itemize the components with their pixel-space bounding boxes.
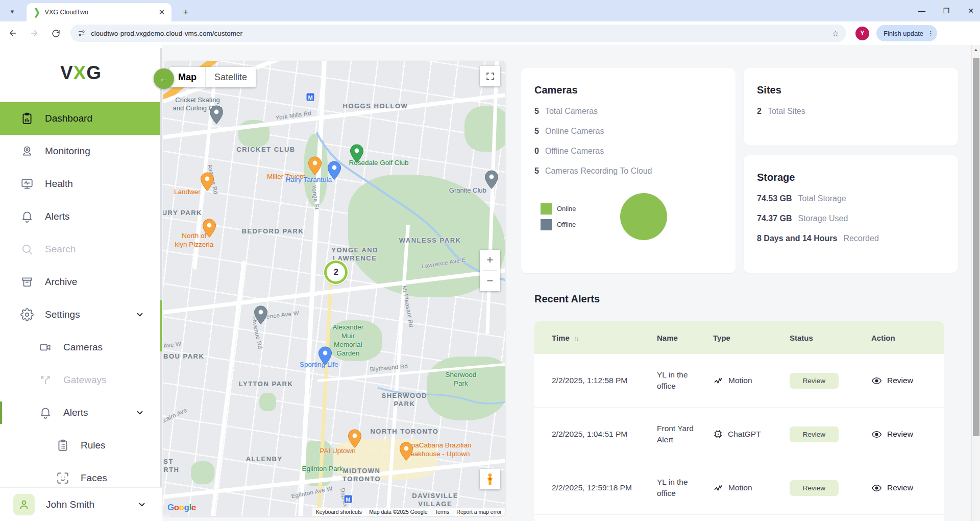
site-info-icon[interactable] [78, 29, 86, 37]
google-logo-letter: o [174, 503, 179, 512]
status-review-chip[interactable]: Review [790, 373, 839, 389]
orange-map-pin-icon[interactable] [399, 442, 413, 461]
cameras-stat-value: 5 [534, 167, 539, 176]
chip-icon [713, 429, 723, 439]
close-window-icon[interactable]: ✕ [966, 7, 976, 15]
column-header-time[interactable]: Time↑↓ [534, 334, 657, 342]
map-type-control: Map Satellite [169, 67, 256, 87]
map-button[interactable]: Map [169, 67, 205, 87]
subway-station-icon[interactable]: M [344, 495, 352, 504]
map-attribution-link[interactable]: Map data ©2025 Google [365, 509, 431, 515]
storage-stat-row: 74.53 GBTotal Storage [757, 194, 945, 203]
tab-search-chevron-icon[interactable]: ▾ [5, 4, 19, 18]
close-tab-icon[interactable]: ✕ [157, 8, 166, 17]
sidebar-item-label: Monitoring [45, 146, 90, 157]
minimize-icon[interactable]: — [917, 7, 927, 15]
back-icon[interactable] [4, 25, 21, 42]
satellite-button[interactable]: Satellite [206, 67, 256, 87]
review-action-link[interactable]: Review [871, 483, 944, 493]
bookmark-star-icon[interactable]: ☆ [832, 29, 839, 38]
sidebar-item-alerts-l2[interactable]: Alerts [0, 396, 162, 429]
google-logo-letter: g [184, 503, 189, 512]
finish-update-button[interactable]: Finish update ⋮ [876, 25, 937, 41]
cameras-stat-label: Online Cameras [545, 127, 604, 136]
cameras-stat-value: 0 [534, 147, 539, 156]
zoom-out-button[interactable]: − [480, 271, 500, 291]
orange-map-pin-icon[interactable] [203, 219, 216, 238]
sidebar-item-alerts[interactable]: Alerts [0, 200, 162, 233]
orange-map-pin-icon[interactable] [308, 156, 322, 176]
pegman-control[interactable] [480, 469, 500, 489]
sidebar-item-health[interactable]: Health [0, 168, 162, 200]
sidebar-item-label: Rules [81, 440, 106, 451]
sidebar-item-monitoring[interactable]: Monitoring [0, 135, 162, 168]
browser-profile-avatar[interactable]: Y [855, 27, 869, 40]
vxg-favicon-icon: ❯ [34, 7, 40, 18]
sites-stat-row: 2Total Sites [757, 107, 945, 116]
alert-name-cell: YL in the office [657, 477, 713, 500]
forward-icon[interactable] [26, 25, 43, 42]
sidebar-item-settings[interactable]: Settings [0, 298, 162, 331]
status-review-chip[interactable]: Review [790, 480, 839, 496]
map-attribution-link[interactable]: Terms [431, 509, 453, 515]
sidebar-item-rules-l3[interactable]: Rules [0, 429, 162, 462]
grey-map-pin-icon[interactable] [485, 170, 499, 190]
sidebar-item-search[interactable]: Search [0, 233, 162, 266]
map-attribution-link[interactable]: Keyboard shortcuts [312, 509, 365, 515]
legend-label: Online [557, 205, 576, 212]
map[interactable]: Cricket Skating and Curling ClubHOGGS HO… [163, 61, 505, 516]
alert-name-cell: Front Yard Alert [657, 423, 713, 446]
review-action-link[interactable]: Review [871, 429, 944, 440]
browser-tab[interactable]: ❯ VXG CloudTwo ✕ [27, 3, 172, 21]
sidebar-scrollbar-thumb[interactable] [160, 300, 162, 351]
blue-map-pin-icon[interactable] [328, 161, 341, 180]
sidebar-item-label: Dashboard [45, 113, 92, 124]
alert-status-cell: Review [790, 373, 871, 389]
browser-frame: ▾ ❯ VXG CloudTwo ✕ + — ❐ ✕ [0, 0, 980, 21]
google-logo[interactable]: Google [167, 503, 196, 513]
gateway-icon [39, 373, 52, 387]
alert-time: 2/2/2025, 1:04:51 PM [534, 430, 657, 439]
blue-map-pin-icon[interactable] [318, 346, 332, 366]
alert-name: Front Yard Alert [657, 423, 694, 446]
maximize-icon[interactable]: ❐ [941, 7, 951, 15]
url-bar[interactable]: cloudtwo-prod.vxgdemo.cloud-vms.com/cust… [70, 25, 846, 42]
status-review-chip[interactable]: Review [790, 427, 839, 442]
subway-station-icon[interactable]: M [306, 93, 315, 102]
zoom-in-button[interactable]: + [480, 250, 500, 270]
sidebar-item-label: Search [45, 244, 76, 255]
scrollbar-thumb[interactable] [973, 58, 979, 436]
sidebar-item-dashboard[interactable]: Dashboard [0, 102, 162, 135]
map-attribution-link[interactable]: Report a map error [453, 509, 505, 515]
browser-menu-icon[interactable]: ⋮ [927, 30, 934, 37]
sidebar-item-archive[interactable]: Archive [0, 266, 162, 298]
user-chevron-down-icon [137, 500, 146, 509]
camera-cluster-marker[interactable]: 2 [324, 260, 348, 284]
grey-map-pin-icon[interactable] [254, 305, 267, 325]
user-menu[interactable]: John Smith [0, 487, 162, 521]
map-fullscreen-button[interactable] [480, 66, 500, 86]
orange-map-pin-icon[interactable] [200, 172, 214, 192]
sidebar-item-gateways-l2[interactable]: Gateways [0, 364, 162, 396]
sidebar-item-label: Cameras [63, 342, 103, 353]
sites-stat-label: Total Sites [768, 107, 805, 116]
alert-type: Motion [713, 483, 790, 493]
review-action-link[interactable]: Review [871, 375, 944, 386]
sort-icon[interactable]: ↑↓ [574, 335, 578, 342]
cameras-stat-label: Offline Cameras [545, 147, 604, 156]
sidebar-item-cameras-l2[interactable]: Cameras [0, 331, 162, 364]
grey-map-pin-icon[interactable] [209, 105, 223, 125]
storage-stat-value: 74.37 GB [757, 214, 792, 223]
green-map-pin-icon[interactable] [350, 144, 363, 163]
sidebar-collapse-button[interactable]: ← [154, 68, 174, 89]
scrollbar-up-arrow-icon[interactable]: ▲ [974, 48, 978, 52]
sidebar-item-faces-l3[interactable]: Faces [0, 462, 162, 487]
reload-icon[interactable] [47, 25, 64, 42]
page-scrollbar[interactable]: ▲ [971, 45, 980, 521]
orange-map-pin-icon[interactable] [348, 429, 362, 448]
new-tab-button[interactable]: + [179, 5, 193, 19]
alert-row: 2/2/2025, 1:04:51 PMFront Yard AlertChat… [534, 408, 944, 461]
cameras-legend: OnlineOffline [541, 199, 576, 235]
sidebar-active-indicator [0, 401, 2, 424]
vxg-logo: VXG [0, 45, 162, 101]
